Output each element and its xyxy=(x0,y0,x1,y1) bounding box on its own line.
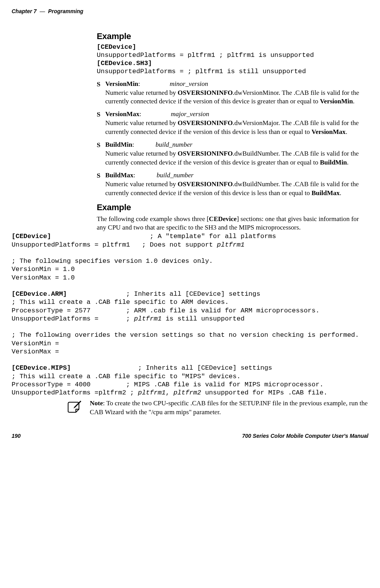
param: major_version xyxy=(171,110,209,118)
bullet-versionmax: VersionMax: major_version Numeric value … xyxy=(97,110,365,137)
bullet-versionmin: VersionMin: minor_version Numeric value … xyxy=(97,80,365,106)
note-text: Note: To create the two CPU-specific .CA… xyxy=(90,399,368,417)
chapter-label: Chapter 7 xyxy=(12,8,37,14)
code-example-1: [CEDevice] UnsupportedPlatforms = pltfrm… xyxy=(97,43,365,76)
term: BuildMin xyxy=(105,141,132,148)
desc: Numeric value returned by OSVERSIONINFO.… xyxy=(105,180,359,197)
header-dash: — xyxy=(39,8,45,14)
parameter-list: VersionMin: minor_version Numeric value … xyxy=(97,80,365,198)
desc: Numeric value returned by OSVERSIONINFO.… xyxy=(105,150,359,166)
example2-intro: The following code example shows three [… xyxy=(97,215,365,233)
term: BuildMax xyxy=(105,171,134,179)
footer-title: 700 Series Color Mobile Computer User's … xyxy=(242,432,368,440)
desc: Numeric value returned by OSVERSIONINFO.… xyxy=(105,89,359,105)
note-block: Note: To create the two CPU-specific .CA… xyxy=(66,399,368,417)
bullet-buildmin: BuildMin: build_number Numeric value ret… xyxy=(97,141,365,167)
page-number: 190 xyxy=(12,432,21,440)
note-icon xyxy=(66,400,83,417)
page-footer: 190 700 Series Color Mobile Computer Use… xyxy=(12,432,368,440)
content-block: Example [CEDevice] UnsupportedPlatforms … xyxy=(97,31,365,233)
desc: Numeric value returned by OSVERSIONINFO.… xyxy=(105,119,359,135)
example-heading-2: Example xyxy=(97,202,365,213)
chapter-title: Programming xyxy=(48,8,83,14)
term: VersionMax xyxy=(105,110,139,118)
param: minor_version xyxy=(170,80,208,87)
param: build_number xyxy=(156,141,192,148)
param: build_number xyxy=(157,171,193,179)
page-header: Chapter 7 — Programming xyxy=(12,8,368,15)
bullet-buildmax: BuildMax: build_number Numeric value ret… xyxy=(97,171,365,198)
example-heading: Example xyxy=(97,31,365,42)
term: VersionMin xyxy=(105,80,138,87)
code-example-2: [CEDevice] ; A "template" for all platfo… xyxy=(12,232,368,397)
